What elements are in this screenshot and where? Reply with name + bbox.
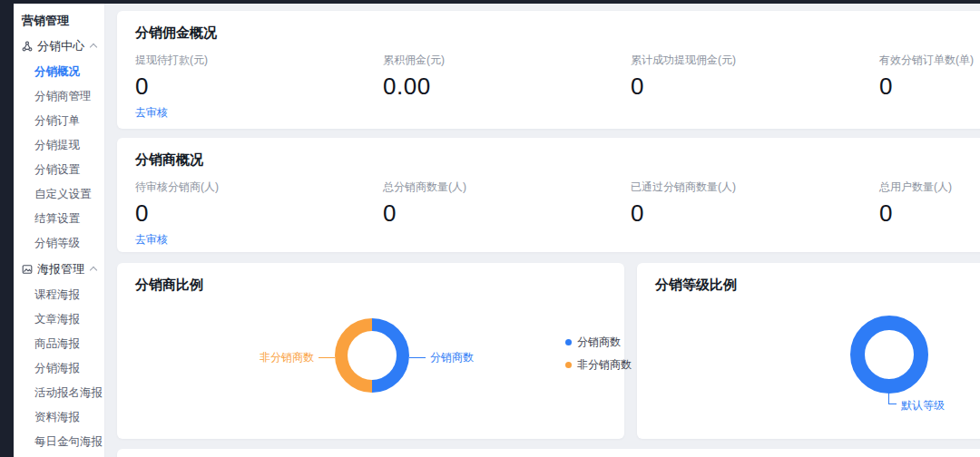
chevron-up-icon (90, 44, 97, 51)
level-ratio-donut-chart[interactable] (850, 316, 928, 394)
sidebar-item-settlement-settings[interactable]: 结算设置 (14, 207, 104, 231)
stat-approved-distributors: 已通过分销商数量(人) 0 (631, 180, 879, 248)
legend-label: 非分销商数 (577, 357, 632, 373)
donut-hole (348, 331, 397, 380)
stat-value: 0 (135, 199, 383, 228)
stat-label: 累计成功提现佣金(元) (631, 53, 879, 68)
card-title: 分销等级比例 (637, 263, 980, 294)
stat-value: 0 (631, 199, 879, 228)
next-card-partial (117, 449, 980, 457)
chart-legend: 分销商数 非分销商数 (565, 335, 632, 373)
callout-line (409, 357, 426, 358)
sidebar: 营销管理 分销中心 分销概况 分销商管理 分销订单 分销提现 分销设置 自定义设… (14, 4, 105, 457)
sidebar-item-distribution-settings[interactable]: 分销设置 (14, 158, 104, 182)
card-title: 分销商概况 (117, 138, 980, 169)
sidebar-item-distribution-orders[interactable]: 分销订单 (14, 109, 104, 133)
sidebar-item-material-poster[interactable]: 资料海报 (14, 405, 104, 430)
distributor-overview-card: 分销商概况 待审核分销商(人) 0 去审核 总分销商数量(人) 0 已通过分销商… (117, 138, 980, 252)
sidebar-item-product-poster[interactable]: 商品海报 (14, 332, 104, 356)
card-title: 分销佣金概况 (117, 11, 980, 42)
pie-callout-label: 非分销商数 (260, 350, 314, 365)
stat-value: 0 (383, 199, 631, 228)
legend-dot-blue (565, 339, 572, 345)
stat-total-users: 总用户数量(人) 0 (879, 180, 980, 248)
stat-label: 提现待打款(元) (135, 53, 383, 68)
pie-callout-default-level: 默认等级 (901, 398, 945, 413)
distributor-stats: 待审核分销商(人) 0 去审核 总分销商数量(人) 0 已通过分销商数量(人) … (117, 180, 980, 248)
stat-pending-distributors: 待审核分销商(人) 0 去审核 (135, 180, 383, 248)
legend-label: 分销商数 (577, 335, 621, 350)
poster-icon (22, 264, 33, 275)
stat-label: 有效分销订单数(单) (879, 53, 980, 68)
stat-accumulated-commission: 累积佣金(元) 0.00 (383, 53, 631, 121)
pie-callout-distributors: 分销商数 (409, 350, 474, 365)
distributor-ratio-donut-chart[interactable] (335, 318, 409, 393)
stat-successful-withdrawn-commission: 累计成功提现佣金(元) 0 (631, 53, 879, 121)
stat-value: 0 (631, 73, 879, 101)
callout-elbow-line (888, 393, 897, 404)
level-ratio-chart-card: 分销等级比例 默认等级 (637, 263, 980, 439)
sidebar-item-custom-settings[interactable]: 自定义设置 (14, 182, 104, 207)
pie-callout-non-distributors: 非分销商数 (260, 350, 335, 365)
sidebar-item-distribution-withdrawal[interactable]: 分销提现 (14, 133, 104, 158)
pie-callout-label: 分销商数 (430, 350, 474, 365)
window-top-edge (0, 0, 980, 4)
sidebar-item-daily-quote-poster[interactable]: 每日金句海报 (14, 430, 104, 454)
legend-item-distributors[interactable]: 分销商数 (565, 335, 632, 350)
stat-pending-payout: 提现待打款(元) 0 去审核 (135, 53, 383, 121)
sidebar-item-course-poster[interactable]: 课程海报 (14, 283, 104, 307)
go-review-link[interactable]: 去审核 (135, 232, 168, 248)
legend-item-non-distributors[interactable]: 非分销商数 (565, 357, 632, 373)
stat-label: 累积佣金(元) (383, 53, 631, 68)
sidebar-item-distributor-management[interactable]: 分销商管理 (14, 84, 104, 109)
sidebar-group-label: 分销中心 (37, 38, 84, 54)
stat-label: 总分销商数量(人) (383, 180, 631, 195)
sidebar-group-distribution-center[interactable]: 分销中心 (14, 33, 104, 60)
distribution-icon (22, 41, 33, 52)
stat-value: 0.00 (383, 73, 631, 101)
sidebar-section-title: 营销管理 (14, 8, 104, 33)
stat-label: 总用户数量(人) (879, 180, 980, 195)
distributor-ratio-chart-card: 分销商比例 非分销商数 分销商数 分销商数 非分销商数 (117, 263, 624, 439)
stat-label: 已通过分销商数量(人) (631, 180, 879, 195)
stat-value: 0 (879, 199, 980, 228)
chevron-up-icon (90, 267, 97, 274)
stat-value: 0 (879, 73, 980, 101)
callout-line (318, 357, 335, 358)
stat-total-distributors: 总分销商数量(人) 0 (383, 180, 631, 248)
go-review-link[interactable]: 去审核 (135, 105, 168, 121)
legend-dot-orange (565, 362, 572, 368)
sidebar-item-distribution-poster[interactable]: 分销海报 (14, 356, 104, 381)
commission-stats: 提现待打款(元) 0 去审核 累积佣金(元) 0.00 累计成功提现佣金(元) … (117, 53, 980, 121)
sidebar-item-distribution-level[interactable]: 分销等级 (14, 231, 104, 256)
sidebar-item-distribution-overview[interactable]: 分销概况 (14, 60, 104, 84)
sidebar-group-poster-management[interactable]: 海报管理 (14, 256, 104, 283)
sidebar-item-event-signup-poster[interactable]: 活动报名海报 (14, 381, 104, 405)
stat-valid-distribution-orders: 有效分销订单数(单) 0 (879, 53, 980, 121)
stat-label: 待审核分销商(人) (135, 180, 383, 195)
sidebar-item-article-poster[interactable]: 文章海报 (14, 307, 104, 332)
window-left-edge (0, 0, 14, 457)
commission-overview-card: 分销佣金概况 提现待打款(元) 0 去审核 累积佣金(元) 0.00 累计成功提… (117, 11, 980, 129)
card-title: 分销商比例 (117, 263, 624, 294)
sidebar-group-label: 海报管理 (37, 261, 84, 277)
stat-value: 0 (135, 73, 383, 101)
